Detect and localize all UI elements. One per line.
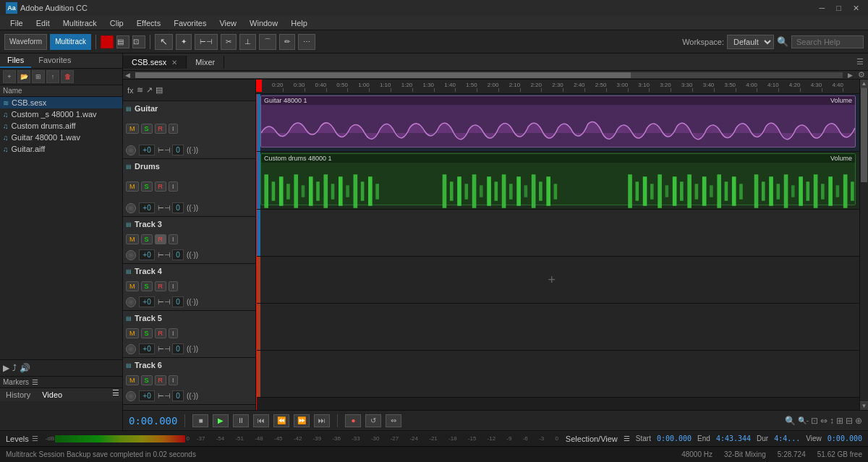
meter-icon[interactable]: ▤ — [156, 85, 163, 95]
drums-i-button[interactable]: I — [169, 181, 178, 192]
track6-m-button[interactable]: M — [126, 375, 139, 385]
zoom-tool-4[interactable]: ⊟ — [846, 416, 853, 426]
guitar-out-icon[interactable]: ((·)) — [187, 146, 198, 154]
drums-track-lane[interactable]: Custom drums 48000 1 Volume — [260, 152, 859, 209]
track6-row[interactable] — [256, 351, 859, 398]
tool-select[interactable]: ↖ — [155, 34, 173, 50]
record-tool[interactable] — [101, 35, 114, 48]
minimize-button[interactable]: ─ — [817, 4, 828, 13]
markers-menu-icon[interactable]: ☰ — [32, 378, 38, 386]
loop-button[interactable]: ↺ — [365, 414, 381, 427]
menu-multitrack[interactable]: Multitrack — [57, 17, 103, 29]
drums-vol-knob[interactable] — [126, 203, 136, 213]
file-item-guitar-aiff[interactable]: ♫ Guitar.aiff — [0, 143, 122, 155]
stop-button[interactable]: ■ — [192, 414, 208, 427]
menu-file[interactable]: File — [4, 17, 29, 29]
track4-lane[interactable]: + — [260, 257, 859, 303]
new-file-button[interactable]: + — [3, 70, 16, 83]
menu-help[interactable]: Help — [285, 17, 313, 29]
fx-icon[interactable]: fx — [127, 86, 134, 95]
track4-transport-1[interactable]: ⊢⊣ — [158, 298, 171, 306]
track6-s-button[interactable]: S — [141, 375, 153, 385]
maximize-button[interactable]: □ — [833, 4, 844, 13]
track5-i-button[interactable]: I — [169, 328, 178, 338]
waveform-mode-button[interactable]: Waveform — [4, 34, 47, 50]
tool-brush[interactable]: ✦ — [176, 34, 192, 50]
file-item-custom-drums[interactable]: ♫ Custom drums.aiff — [0, 120, 122, 132]
delete-file-button[interactable]: 🗑 — [61, 70, 74, 83]
track5-row[interactable] — [256, 304, 859, 351]
track6-vol-knob[interactable] — [126, 391, 136, 401]
tool-more[interactable]: ⋯ — [298, 34, 315, 50]
workspace-dropdown[interactable]: Default — [727, 35, 774, 49]
tab-mixer[interactable]: Mixer — [187, 56, 224, 69]
track3-i-button[interactable]: I — [169, 234, 178, 244]
fast-forward-button[interactable]: ⏩ — [294, 414, 310, 427]
track4-row[interactable]: + — [256, 257, 859, 304]
go-to-end-button[interactable]: ⏭ — [314, 414, 330, 427]
track6-i-button[interactable]: I — [169, 375, 178, 385]
export-button[interactable]: ⤴ — [12, 363, 17, 373]
track3-row[interactable] — [256, 210, 859, 257]
scroll-up-button[interactable]: ▲ — [860, 80, 868, 88]
tool-razor[interactable]: ✂ — [221, 34, 237, 50]
drums-m-button[interactable]: M — [126, 181, 139, 192]
file-item-guitar-48000[interactable]: ♫ Guitar 48000 1.wav — [0, 132, 122, 143]
menu-edit[interactable]: Edit — [30, 17, 56, 29]
guitar-i-button[interactable]: I — [169, 124, 178, 134]
scroll-thumb[interactable] — [861, 88, 867, 182]
file-item-csb[interactable]: ≋ CSB.sesx — [0, 97, 122, 108]
zoom-tool-2[interactable]: ↕ — [830, 416, 834, 426]
mode-btn-2[interactable]: ⊡ — [132, 35, 145, 48]
track5-lane[interactable] — [260, 304, 859, 350]
zoom-out-button[interactable]: 🔍- — [798, 416, 809, 426]
track3-vol-knob[interactable] — [126, 250, 136, 260]
eq-icon[interactable]: ≋ — [137, 85, 143, 95]
tool-snap[interactable]: ⊢⊣ — [195, 34, 218, 50]
open-file-button[interactable]: 📂 — [17, 70, 30, 83]
timeline-scrollbar[interactable]: ◀ ▶ ⚙ — [123, 71, 868, 80]
multitrack-mode-button[interactable]: Multitrack — [50, 34, 91, 50]
guitar-vol-knob[interactable] — [126, 145, 136, 155]
menu-effects[interactable]: Effects — [131, 17, 166, 29]
track5-m-button[interactable]: M — [126, 328, 139, 338]
track4-out-icon[interactable]: ((·)) — [187, 298, 198, 306]
play-button[interactable]: ▶ — [213, 414, 229, 427]
guitar-m-button[interactable]: M — [126, 124, 139, 134]
zoom-tool-3[interactable]: ⊞ — [836, 416, 843, 426]
file-tool-3[interactable]: ⊞ — [32, 70, 45, 83]
go-to-start-button[interactable]: ⏮ — [253, 414, 269, 427]
tab-favorites[interactable]: Favorites — [31, 54, 78, 68]
track6-r-button[interactable]: R — [155, 375, 167, 385]
track5-out-icon[interactable]: ((·)) — [187, 345, 198, 353]
tab-menu-icon[interactable]: ☰ — [852, 57, 868, 67]
track6-lane[interactable] — [260, 351, 859, 397]
track3-r-button[interactable]: R — [155, 234, 167, 244]
right-scrollbar[interactable]: ▲ ▼ — [859, 80, 868, 410]
menu-window[interactable]: Window — [244, 17, 284, 29]
drums-r-button[interactable]: R — [155, 181, 167, 192]
record-button[interactable]: ● — [345, 414, 361, 427]
pause-button[interactable]: ⏸ — [233, 414, 249, 427]
play-preview-button[interactable]: ▶ — [3, 363, 9, 373]
track4-m-button[interactable]: M — [126, 281, 139, 291]
drums-transport-1[interactable]: ⊢⊣ — [158, 204, 171, 212]
track6-transport-1[interactable]: ⊢⊣ — [158, 392, 171, 400]
track3-transport-1[interactable]: ⊢⊣ — [158, 251, 171, 259]
props-menu-icon[interactable]: ☰ — [112, 388, 122, 401]
track4-r-button[interactable]: R — [155, 281, 167, 291]
tool-slip[interactable]: ⊥ — [239, 34, 256, 50]
menu-view[interactable]: View — [213, 17, 242, 29]
menu-clip[interactable]: Clip — [104, 17, 129, 29]
send-icon[interactable]: ↗ — [146, 85, 153, 95]
scrollbar-track[interactable] — [135, 72, 843, 78]
guitar-track-lane[interactable]: Guitar 48000 1 Volume — [260, 94, 859, 151]
timeline-settings-icon[interactable]: ⚙ — [855, 71, 868, 80]
track4-s-button[interactable]: S — [141, 281, 153, 291]
drums-clip[interactable]: Custom drums 48000 1 Volume — [260, 153, 856, 205]
close-button[interactable]: ✕ — [850, 4, 862, 13]
track4-vol-knob[interactable] — [126, 297, 136, 307]
track5-vol-knob[interactable] — [126, 344, 136, 354]
tracks-area[interactable]: Guitar 48000 1 Volume — [256, 94, 859, 410]
zoom-in-button[interactable]: 🔍 — [785, 416, 796, 426]
